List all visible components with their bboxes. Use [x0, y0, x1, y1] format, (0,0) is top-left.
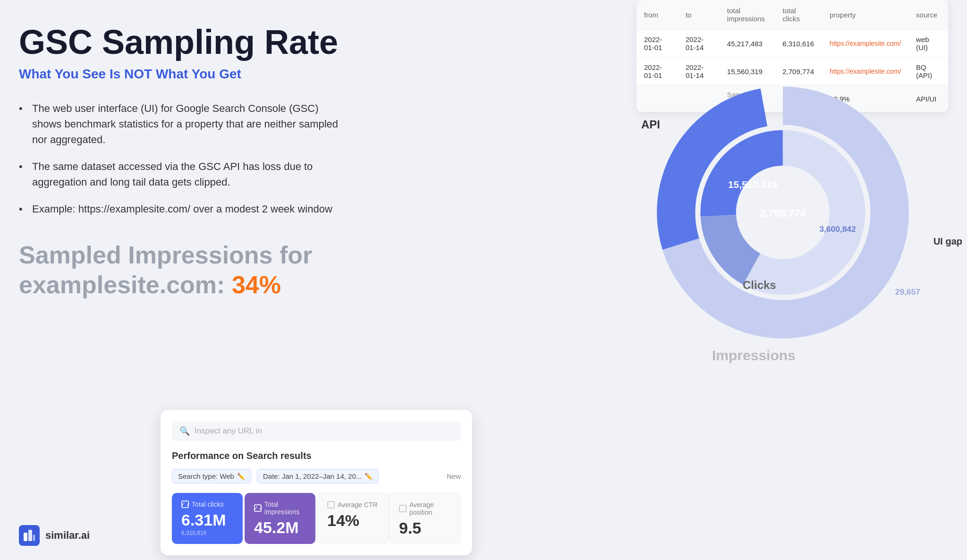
edit-icon-1: ✏️ — [237, 473, 245, 480]
logo: similar.ai — [19, 525, 90, 546]
gsc-filters: Search type: Web ✏️ Date: Jan 1, 2022–Ja… — [172, 469, 461, 484]
donut-chart-svg: 15,560,319 2,709,774 3,600,842 29,657,16… — [646, 80, 920, 345]
gsc-metrics: ✓ Total clicks 6.31M 6,310,616 ✓ Total i… — [172, 493, 461, 544]
metric-clicks-value: 6.31M — [181, 512, 233, 528]
chart-29657-value: 29,657,164 — [895, 287, 920, 297]
col-source: source — [908, 0, 948, 30]
bullet-item-1: The web user interface (UI) for Google S… — [19, 101, 340, 147]
impressions-checkbox: ✓ — [254, 504, 262, 512]
metric-clicks-sub: 6,310,616 — [181, 530, 233, 536]
filter-search-type-label: Search type: Web — [178, 472, 234, 480]
filter-date-label: Date: Jan 1, 2022–Jan 14, 20... — [263, 472, 362, 480]
chart-outer-value: 15,560,319 — [728, 179, 777, 190]
col-property: property — [822, 0, 908, 30]
table-row-1: 2022-01-01 2022-01-14 45,217,483 6,310,6… — [636, 30, 948, 58]
metric-position-value: 9.5 — [399, 520, 451, 536]
metric-position-label-row: Average position — [399, 501, 451, 516]
main-title: GSC Sampling Rate — [19, 24, 340, 61]
metric-clicks-label: Total clicks — [192, 501, 224, 508]
subtitle: What You See Is NOT What You Get — [19, 67, 340, 82]
row1-from: 2022-01-01 — [636, 30, 678, 58]
gsc-panel-title: Performance on Search results — [172, 450, 461, 461]
row1-clicks: 6,310,616 — [775, 30, 822, 58]
svg-rect-7 — [28, 530, 32, 541]
metric-ctr-label-row: Average CTR — [327, 501, 379, 509]
metric-position-label: Average position — [409, 501, 451, 516]
chart-ui-gap-label: UI gap — [933, 236, 962, 247]
col-from: from — [636, 0, 678, 30]
logo-icon — [19, 525, 40, 546]
col-to: to — [678, 0, 720, 30]
left-panel: GSC Sampling Rate What You See Is NOT Wh… — [19, 24, 340, 314]
chart-impressions-label: Impressions — [712, 348, 796, 364]
chart-area: API 15,560,319 2,709,774 3,600,842 29,65… — [618, 76, 967, 368]
gsc-panel: 🔍 Inspect any URL in Performance on Sear… — [161, 410, 472, 555]
metric-ctr-label: Average CTR — [338, 501, 378, 509]
new-badge: New — [447, 472, 461, 480]
metric-avg-position: Average position 9.5 — [389, 493, 461, 544]
metric-avg-ctr: Average CTR 14% — [317, 493, 389, 544]
metric-impressions-label-row: ✓ Total impressions — [254, 501, 306, 516]
metric-ctr-value: 14% — [327, 512, 379, 528]
logo-svg — [23, 529, 36, 542]
clicks-checkbox: ✓ — [181, 501, 189, 508]
edit-icon-2: ✏️ — [365, 473, 373, 480]
metric-clicks-label-row: ✓ Total clicks — [181, 501, 233, 508]
row1-impressions: 45,217,483 — [720, 30, 775, 58]
chart-inner-clicks-value: 2,709,774 — [760, 207, 806, 219]
metric-total-clicks: ✓ Total clicks 6.31M 6,310,616 — [172, 493, 243, 544]
bullet-list: The web user interface (UI) for Google S… — [19, 101, 340, 217]
ctr-checkbox — [327, 501, 335, 509]
sampled-impressions-heading: Sampled Impressions for examplesite.com:… — [19, 240, 340, 299]
row1-property: https://examplesite.com/ — [822, 30, 908, 58]
metric-total-impressions: ✓ Total impressions 45.2M — [245, 493, 315, 544]
search-placeholder-text: Inspect any URL in — [195, 426, 262, 436]
metric-impressions-label: Total impressions — [264, 501, 306, 516]
logo-text: similar.ai — [45, 529, 90, 542]
svg-rect-8 — [33, 535, 35, 541]
row1-source: web (UI) — [908, 30, 948, 58]
col-total-clicks: total clicks — [775, 0, 822, 30]
filter-search-type[interactable]: Search type: Web ✏️ — [172, 469, 251, 484]
metric-impressions-value: 45.2M — [254, 519, 306, 535]
bullet-item-3: Example: https://examplesite.com/ over a… — [19, 201, 340, 217]
position-checkbox — [399, 505, 407, 512]
search-icon: 🔍 — [179, 426, 190, 436]
bullet-item-2: The same dataset accessed via the GSC AP… — [19, 159, 340, 190]
chart-clicks-label: Clicks — [743, 279, 776, 292]
col-total-impressions: totalimpressions — [720, 0, 775, 30]
sampled-percentage: 34% — [232, 271, 281, 298]
row1-to: 2022-01-14 — [678, 30, 720, 58]
gsc-search-bar[interactable]: 🔍 Inspect any URL in — [172, 421, 461, 441]
chart-3600-value: 3,600,842 — [819, 224, 856, 234]
filter-date[interactable]: Date: Jan 1, 2022–Jan 14, 20... ✏️ — [257, 469, 379, 484]
svg-rect-6 — [24, 533, 27, 541]
